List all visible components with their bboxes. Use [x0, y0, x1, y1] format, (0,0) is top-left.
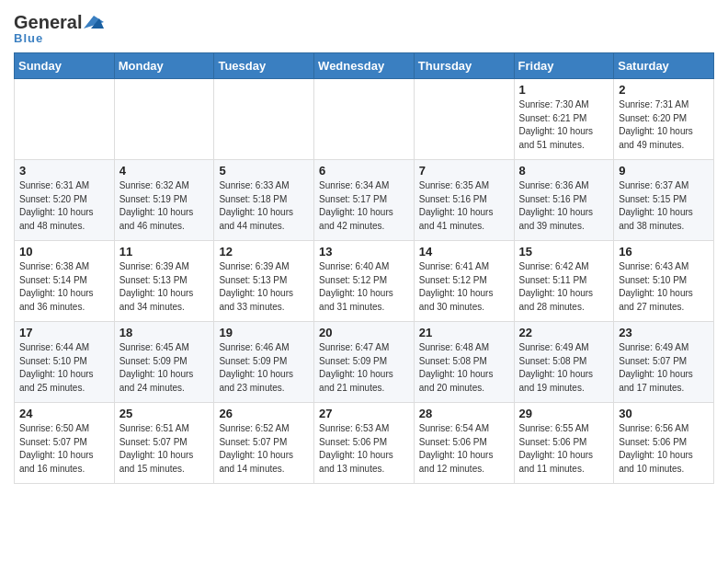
day-number: 18: [119, 326, 210, 339]
day-number: 10: [19, 245, 109, 259]
calendar-cell: [214, 79, 314, 160]
calendar-cell: [114, 79, 214, 160]
day-number: 28: [419, 407, 509, 420]
day-number: 5: [219, 164, 309, 178]
day-info: Sunrise: 6:49 AM Sunset: 5:07 PM Dayligh…: [619, 341, 709, 395]
calendar-cell: 6Sunrise: 6:34 AM Sunset: 5:17 PM Daylig…: [314, 160, 415, 241]
calendar-week-4: 24Sunrise: 6:50 AM Sunset: 5:07 PM Dayli…: [15, 403, 714, 484]
calendar-cell: 14Sunrise: 6:41 AM Sunset: 5:12 PM Dayli…: [414, 241, 514, 322]
day-info: Sunrise: 6:45 AM Sunset: 5:09 PM Dayligh…: [119, 341, 210, 395]
day-info: Sunrise: 6:39 AM Sunset: 5:13 PM Dayligh…: [219, 260, 309, 314]
weekday-header-friday: Friday: [514, 53, 614, 79]
day-number: 21: [419, 326, 509, 339]
weekday-header-monday: Monday: [114, 53, 214, 79]
page: General Blue SundayMondayTuesdayWednesda…: [0, 0, 728, 493]
day-info: Sunrise: 6:53 AM Sunset: 5:06 PM Dayligh…: [319, 422, 409, 476]
calendar-cell: 13Sunrise: 6:40 AM Sunset: 5:12 PM Dayli…: [314, 241, 415, 322]
calendar-cell: 12Sunrise: 6:39 AM Sunset: 5:13 PM Dayli…: [214, 241, 314, 322]
day-info: Sunrise: 6:40 AM Sunset: 5:12 PM Dayligh…: [319, 260, 409, 314]
day-info: Sunrise: 6:50 AM Sunset: 5:07 PM Dayligh…: [19, 422, 109, 476]
calendar-body: 1Sunrise: 7:30 AM Sunset: 6:21 PM Daylig…: [15, 79, 714, 484]
calendar-cell: 30Sunrise: 6:56 AM Sunset: 5:06 PM Dayli…: [614, 403, 714, 484]
weekday-header-saturday: Saturday: [614, 53, 714, 79]
calendar-cell: [15, 79, 115, 160]
calendar-cell: 16Sunrise: 6:43 AM Sunset: 5:10 PM Dayli…: [614, 241, 714, 322]
day-info: Sunrise: 6:46 AM Sunset: 5:09 PM Dayligh…: [219, 341, 309, 395]
day-number: 7: [419, 164, 509, 178]
day-number: 9: [619, 164, 709, 178]
day-info: Sunrise: 7:30 AM Sunset: 6:21 PM Dayligh…: [519, 98, 609, 152]
day-number: 14: [419, 245, 509, 259]
calendar-cell: 2Sunrise: 7:31 AM Sunset: 6:20 PM Daylig…: [614, 79, 714, 160]
day-number: 12: [219, 245, 309, 259]
calendar-cell: [414, 79, 514, 160]
calendar-table: SundayMondayTuesdayWednesdayThursdayFrid…: [14, 52, 714, 484]
calendar-cell: 28Sunrise: 6:54 AM Sunset: 5:06 PM Dayli…: [414, 403, 514, 484]
day-number: 22: [519, 326, 609, 339]
calendar-week-0: 1Sunrise: 7:30 AM Sunset: 6:21 PM Daylig…: [15, 79, 714, 160]
calendar-cell: 15Sunrise: 6:42 AM Sunset: 5:11 PM Dayli…: [514, 241, 614, 322]
calendar-cell: 26Sunrise: 6:52 AM Sunset: 5:07 PM Dayli…: [214, 403, 314, 484]
calendar-cell: 3Sunrise: 6:31 AM Sunset: 5:20 PM Daylig…: [15, 160, 115, 241]
logo: General Blue: [14, 13, 104, 45]
day-info: Sunrise: 6:36 AM Sunset: 5:16 PM Dayligh…: [519, 179, 609, 233]
logo-text: General: [14, 13, 82, 31]
day-number: 26: [219, 407, 309, 420]
weekday-header-row: SundayMondayTuesdayWednesdayThursdayFrid…: [15, 53, 714, 79]
day-info: Sunrise: 6:33 AM Sunset: 5:18 PM Dayligh…: [219, 179, 309, 233]
logo-subtext: Blue: [14, 31, 43, 45]
logo-general: General: [14, 12, 82, 32]
weekday-header-tuesday: Tuesday: [214, 53, 314, 79]
calendar-cell: 18Sunrise: 6:45 AM Sunset: 5:09 PM Dayli…: [114, 322, 214, 403]
day-info: Sunrise: 7:31 AM Sunset: 6:20 PM Dayligh…: [619, 98, 709, 152]
calendar-week-2: 10Sunrise: 6:38 AM Sunset: 5:14 PM Dayli…: [15, 241, 714, 322]
day-number: 27: [319, 407, 409, 420]
calendar-cell: [314, 79, 415, 160]
calendar-cell: 17Sunrise: 6:44 AM Sunset: 5:10 PM Dayli…: [15, 322, 115, 403]
day-number: 19: [219, 326, 309, 339]
day-number: 29: [519, 407, 609, 420]
day-info: Sunrise: 6:47 AM Sunset: 5:09 PM Dayligh…: [319, 341, 409, 395]
day-number: 24: [19, 407, 109, 420]
header: General Blue: [14, 9, 714, 45]
calendar-cell: 24Sunrise: 6:50 AM Sunset: 5:07 PM Dayli…: [15, 403, 115, 484]
calendar-cell: 23Sunrise: 6:49 AM Sunset: 5:07 PM Dayli…: [614, 322, 714, 403]
day-info: Sunrise: 6:35 AM Sunset: 5:16 PM Dayligh…: [419, 179, 509, 233]
day-number: 11: [119, 245, 210, 259]
calendar-cell: 4Sunrise: 6:32 AM Sunset: 5:19 PM Daylig…: [114, 160, 214, 241]
calendar-cell: 1Sunrise: 7:30 AM Sunset: 6:21 PM Daylig…: [514, 79, 614, 160]
weekday-header-thursday: Thursday: [414, 53, 514, 79]
day-number: 4: [119, 164, 210, 178]
day-info: Sunrise: 6:37 AM Sunset: 5:15 PM Dayligh…: [619, 179, 709, 233]
calendar-cell: 11Sunrise: 6:39 AM Sunset: 5:13 PM Dayli…: [114, 241, 214, 322]
calendar-cell: 7Sunrise: 6:35 AM Sunset: 5:16 PM Daylig…: [414, 160, 514, 241]
day-info: Sunrise: 6:44 AM Sunset: 5:10 PM Dayligh…: [19, 341, 109, 395]
logo-icon: [84, 16, 104, 29]
calendar-week-3: 17Sunrise: 6:44 AM Sunset: 5:10 PM Dayli…: [15, 322, 714, 403]
day-info: Sunrise: 6:54 AM Sunset: 5:06 PM Dayligh…: [419, 422, 509, 476]
day-info: Sunrise: 6:31 AM Sunset: 5:20 PM Dayligh…: [19, 179, 109, 233]
calendar-cell: 25Sunrise: 6:51 AM Sunset: 5:07 PM Dayli…: [114, 403, 214, 484]
calendar-cell: 21Sunrise: 6:48 AM Sunset: 5:08 PM Dayli…: [414, 322, 514, 403]
day-info: Sunrise: 6:52 AM Sunset: 5:07 PM Dayligh…: [219, 422, 309, 476]
day-number: 17: [19, 326, 109, 339]
day-number: 25: [119, 407, 210, 420]
calendar-cell: 27Sunrise: 6:53 AM Sunset: 5:06 PM Dayli…: [314, 403, 415, 484]
day-info: Sunrise: 6:34 AM Sunset: 5:17 PM Dayligh…: [319, 179, 409, 233]
calendar-cell: 29Sunrise: 6:55 AM Sunset: 5:06 PM Dayli…: [514, 403, 614, 484]
day-info: Sunrise: 6:38 AM Sunset: 5:14 PM Dayligh…: [19, 260, 109, 314]
calendar-cell: 9Sunrise: 6:37 AM Sunset: 5:15 PM Daylig…: [614, 160, 714, 241]
day-number: 23: [619, 326, 709, 339]
day-number: 8: [519, 164, 609, 178]
calendar-cell: 10Sunrise: 6:38 AM Sunset: 5:14 PM Dayli…: [15, 241, 115, 322]
day-info: Sunrise: 6:39 AM Sunset: 5:13 PM Dayligh…: [119, 260, 210, 314]
day-number: 30: [619, 407, 709, 420]
calendar-cell: 5Sunrise: 6:33 AM Sunset: 5:18 PM Daylig…: [214, 160, 314, 241]
day-number: 2: [619, 83, 709, 97]
calendar-cell: 8Sunrise: 6:36 AM Sunset: 5:16 PM Daylig…: [514, 160, 614, 241]
calendar-week-1: 3Sunrise: 6:31 AM Sunset: 5:20 PM Daylig…: [15, 160, 714, 241]
day-info: Sunrise: 6:51 AM Sunset: 5:07 PM Dayligh…: [119, 422, 210, 476]
day-number: 6: [319, 164, 409, 178]
day-info: Sunrise: 6:56 AM Sunset: 5:06 PM Dayligh…: [619, 422, 709, 476]
day-number: 13: [319, 245, 409, 259]
